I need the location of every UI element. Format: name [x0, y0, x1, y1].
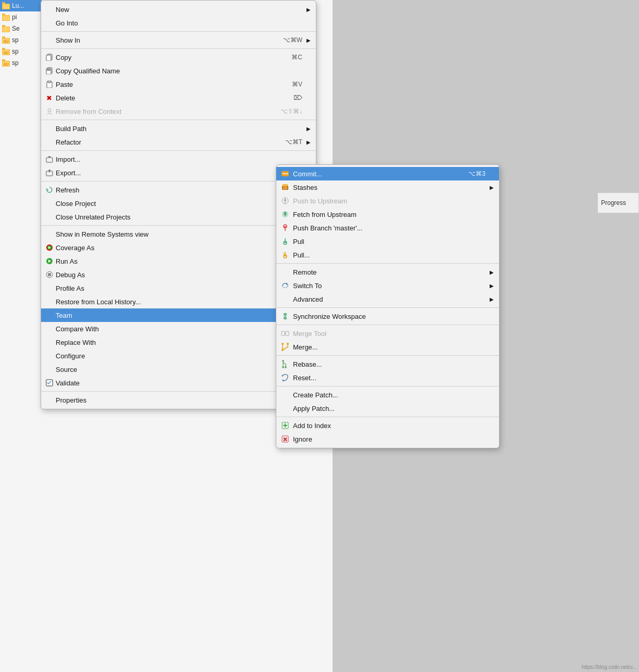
team-menu-item-merge-tool[interactable]: Merge Tool	[276, 327, 499, 340]
team-label-add-index: Add to Index	[293, 422, 331, 430]
menu-item-properties[interactable]: Properties ⌘I	[41, 393, 316, 407]
svg-rect-8	[3, 27, 9, 32]
menu-label-copy-qualified: Copy Qualified Name	[56, 67, 120, 75]
svg-rect-4	[2, 14, 5, 16]
team-label-remote: Remote	[293, 268, 317, 276]
team-menu-item-commit[interactable]: Commit... ⌥⌘3	[276, 167, 499, 180]
team-separator-3	[276, 325, 499, 325]
menu-item-delete[interactable]: ✖ Delete ⌦	[41, 91, 316, 105]
menu-item-close-unrelated[interactable]: Close Unrelated Projects	[41, 210, 316, 224]
menu-item-copy-qualified[interactable]: Copy Qualified Name	[41, 64, 316, 77]
menu-item-refactor[interactable]: Refactor ⌥⌘T	[41, 135, 316, 149]
menu-item-paste[interactable]: Paste ⌘V	[41, 77, 316, 91]
run-icon	[45, 257, 54, 265]
reset-icon	[280, 373, 290, 382]
menu-label-close-unrelated: Close Unrelated Projects	[56, 213, 131, 221]
svg-rect-76	[286, 331, 289, 335]
menu-item-validate[interactable]: Validate	[41, 376, 316, 390]
sidebar-item-sp2[interactable]: MJ sp	[0, 46, 42, 57]
menu-item-team[interactable]: Team	[41, 308, 316, 322]
menu-label-go-into: Go Into	[56, 19, 78, 27]
menu-item-export[interactable]: Export...	[41, 166, 316, 179]
menu-item-restore-history[interactable]: Restore from Local History...	[41, 295, 316, 308]
svg-point-82	[282, 360, 284, 362]
watermark: https://blog.csdn.net/u...	[582, 664, 637, 670]
team-menu-item-pull[interactable]: Pull	[276, 235, 499, 248]
team-menu-item-advanced[interactable]: Advanced	[276, 292, 499, 306]
team-menu-item-reset[interactable]: Reset...	[276, 371, 499, 384]
svg-rect-26	[47, 70, 50, 71]
menu-label-refresh: Refresh	[56, 186, 80, 194]
team-menu-item-rebase[interactable]: Rebase...	[276, 357, 499, 371]
menu-label-source: Source	[56, 366, 77, 373]
sidebar-item-sp3[interactable]: MJ sp	[0, 57, 42, 69]
team-menu-item-create-patch[interactable]: Create Patch...	[276, 388, 499, 402]
menu-item-debug-as[interactable]: Debug As	[41, 268, 316, 281]
team-menu-item-push-upstream[interactable]: Push to Upstream	[276, 194, 499, 208]
team-menu-item-merge[interactable]: Merge...	[276, 340, 499, 354]
svg-rect-50	[283, 184, 288, 186]
sidebar-item-pi[interactable]: pi	[0, 11, 42, 23]
menu-label-close-project: Close Project	[56, 200, 96, 208]
sidebar-item-lu[interactable]: Lu...	[0, 0, 42, 11]
team-menu-item-ignore[interactable]: ✖ Ignore	[276, 432, 499, 446]
svg-rect-2	[3, 4, 9, 9]
menu-item-replace-with[interactable]: Replace With	[41, 335, 316, 349]
team-menu-item-remote[interactable]: Remote	[276, 265, 499, 279]
team-submenu: Commit... ⌥⌘3 Stashes Push to Upstream	[276, 164, 500, 448]
team-menu-item-pull-dots[interactable]: ? Pull...	[276, 248, 499, 262]
coverage-icon	[45, 243, 54, 252]
menu-item-source[interactable]: Source	[41, 363, 316, 376]
menu-item-import[interactable]: Import...	[41, 152, 316, 166]
menu-label-paste: Paste	[56, 81, 73, 88]
svg-rect-7	[2, 25, 5, 27]
menu-item-build-path[interactable]: Build Path	[41, 122, 316, 135]
team-menu-item-sync-workspace[interactable]: Synchronize Workspace	[276, 309, 499, 323]
menu-label-import: Import...	[56, 156, 81, 163]
menu-item-remove-context[interactable]: Remove from Context ⌥⇧⌘↓	[41, 105, 316, 118]
menu-item-show-remote[interactable]: Show in Remote Systems view	[41, 227, 316, 241]
import-icon	[45, 155, 54, 163]
menu-item-close-project[interactable]: Close Project	[41, 197, 316, 210]
svg-rect-18	[2, 59, 5, 61]
menu-item-coverage[interactable]: Coverage As	[41, 241, 316, 254]
menu-item-refresh[interactable]: Refresh F5	[41, 183, 316, 197]
menu-item-show-in[interactable]: Show In ⌥⌘W	[41, 33, 316, 47]
copy-icon	[45, 53, 54, 61]
menu-item-profile-as[interactable]: Profile As	[41, 281, 316, 295]
shortcut-commit: ⌥⌘3	[468, 170, 485, 177]
menu-item-configure[interactable]: Configure	[41, 349, 316, 363]
svg-text:✖: ✖	[46, 94, 52, 101]
svg-rect-22	[46, 55, 51, 61]
folder-icon-sp3: MJ	[2, 59, 10, 67]
menu-item-compare-with[interactable]: Compare With	[41, 322, 316, 335]
team-label-push-branch: Push Branch 'master'...	[293, 224, 363, 232]
svg-rect-49	[282, 186, 288, 190]
separator-3	[41, 120, 316, 120]
team-menu-item-push-branch[interactable]: Push Branch 'master'...	[276, 221, 499, 235]
team-menu-item-switch-to[interactable]: Switch To	[276, 279, 499, 292]
svg-rect-25	[47, 69, 50, 70]
team-menu-item-apply-patch[interactable]: Apply Patch...	[276, 402, 499, 415]
pull-dots-icon: ?	[280, 250, 290, 260]
sidebar-item-se[interactable]: Se	[0, 23, 42, 34]
svg-point-30	[48, 109, 51, 112]
push-upstream-icon	[280, 196, 290, 205]
svg-text:MJ: MJ	[4, 51, 8, 55]
menu-label-run-as: Run As	[56, 257, 78, 265]
menu-item-run-as[interactable]: Run As	[41, 254, 316, 268]
menu-item-go-into[interactable]: Go Into	[41, 16, 316, 30]
separator-2	[41, 48, 316, 49]
menu-item-copy[interactable]: Copy ⌘C	[41, 50, 316, 64]
team-separator-6	[276, 417, 499, 417]
team-menu-item-stashes[interactable]: Stashes	[276, 180, 499, 194]
team-label-advanced: Advanced	[293, 295, 323, 303]
team-label-switch-to: Switch To	[293, 282, 322, 290]
team-menu-item-add-index[interactable]: Add to Index	[276, 419, 499, 432]
team-separator-5	[276, 386, 499, 386]
team-menu-item-fetch-upstream[interactable]: Fetch from Upstream	[276, 208, 499, 221]
sidebar-item-sp1[interactable]: MJ sp	[0, 34, 42, 46]
menu-item-new[interactable]: New	[41, 3, 316, 16]
team-label-push-upstream: Push to Upstream	[293, 197, 347, 205]
progress-panel: Progress	[597, 192, 639, 213]
